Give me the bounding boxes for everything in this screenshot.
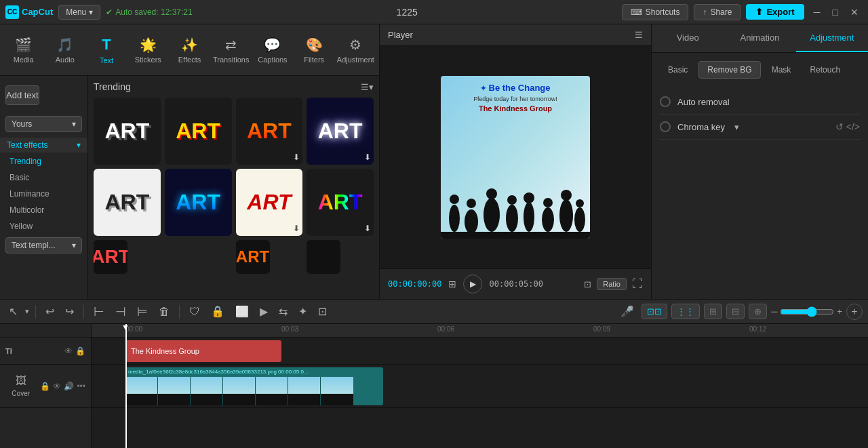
nav-label-audio: Audio (56, 56, 75, 64)
sub-tab-mask[interactable]: Mask (764, 61, 800, 79)
menu-button[interactable]: Menu ▾ (58, 5, 100, 20)
effect-card-7[interactable]: ART ⬇ (236, 169, 303, 236)
audio-track-button[interactable]: 🛡 (186, 304, 203, 320)
nav-item-captions[interactable]: 💬 Captions (252, 27, 293, 73)
text-effects-item[interactable]: Text effects ▾ (0, 138, 87, 152)
lock-track-button[interactable]: 🔒 (208, 303, 228, 320)
media-clip[interactable]: media_1af0ee36f2c38e8dc316a3844a356a39a0… (125, 367, 383, 405)
timeline-ruler: 00:00 00:03 00:06 00:09 00:12 (92, 324, 868, 338)
fullscreen-button[interactable]: ⛶ (632, 278, 643, 290)
mirror-button[interactable]: ⇆ (275, 303, 291, 320)
undo-button[interactable]: ↩ (42, 303, 58, 320)
sidebar-item-trending[interactable]: Trending (0, 153, 87, 169)
effect-card-2[interactable]: ART (165, 98, 232, 165)
maximize-button[interactable]: □ (829, 5, 842, 19)
transitions-icon: ⇄ (225, 37, 237, 53)
cursor-tool-button[interactable]: ↖ (5, 303, 21, 320)
timeline-icon-3[interactable]: ⊞ (704, 304, 722, 319)
chroma-key-reset-icon[interactable]: ↺ (835, 121, 844, 132)
effect-card-10[interactable] (165, 240, 199, 274)
sidebar-item-multicolor[interactable]: Multicolor (0, 202, 87, 218)
sidebar-item-yellow[interactable]: Yellow (0, 218, 87, 235)
nav-item-text[interactable]: T Text (85, 27, 127, 73)
nav-item-effects[interactable]: ✨ Effects (169, 27, 210, 73)
nav-item-audio[interactable]: 🎵 Audio (44, 27, 85, 73)
auto-saved-status: ✔ Auto saved: 12:37:21 (106, 7, 192, 17)
tab-video[interactable]: Video (652, 24, 724, 52)
sidebar-item-basic[interactable]: Basic (0, 169, 87, 186)
export-button[interactable]: ⬆ Export (746, 4, 804, 20)
yours-dropdown[interactable]: Yours ▾ (5, 116, 82, 132)
timeline-icon-2[interactable]: ⋮⋮ (671, 304, 700, 319)
filter-icon[interactable]: ☰▾ (361, 82, 374, 92)
auto-removal-toggle[interactable] (660, 96, 671, 107)
trending-label: Trending (9, 157, 41, 166)
sidebar-item-luminance[interactable]: Luminance (0, 186, 87, 202)
effect-card-8[interactable]: ART ⬇ (307, 169, 374, 236)
speed-button[interactable]: ▶ (256, 303, 271, 320)
effect-card-5[interactable]: ART (94, 169, 161, 236)
trim-button[interactable]: ⊨ (134, 302, 151, 321)
text-effects-section: Text effects ▾ Trending Basic Luminance … (0, 138, 87, 235)
effect-card-1[interactable]: ART (94, 98, 161, 165)
crop-view-button[interactable]: ⊡ (584, 279, 591, 289)
close-button[interactable]: ✕ (846, 5, 863, 19)
split2-button[interactable]: ⊣ (112, 302, 130, 321)
redo-button[interactable]: ↪ (62, 303, 77, 320)
effect-card-11[interactable]: ART (236, 240, 270, 274)
timeline-icon-1[interactable]: ⊡⊡ (642, 304, 667, 319)
nav-item-stickers[interactable]: 🌟 Stickers (127, 27, 169, 73)
art-text-3: ART (247, 119, 292, 144)
chroma-key-code-icon[interactable]: </> (846, 121, 860, 132)
lock-icon-media[interactable]: 🔒 (40, 382, 50, 391)
sub-tab-retouch[interactable]: Retouch (802, 61, 848, 79)
crop-button[interactable]: ⊡ (315, 303, 330, 320)
nav-item-adjustment[interactable]: ⚙ Adjustment (335, 27, 376, 73)
chroma-key-chevron-icon[interactable]: ▾ (734, 122, 739, 132)
effect-card-3[interactable]: ART ⬇ (236, 98, 303, 165)
ratio-button[interactable]: Ratio (597, 278, 627, 290)
play-button[interactable]: ▶ (463, 274, 482, 293)
effect-card-12[interactable] (307, 240, 340, 274)
mic-button[interactable]: 🎤 (617, 303, 637, 320)
add-text-button[interactable]: Add text (5, 85, 39, 105)
tab-adjustment[interactable]: Adjustment (796, 24, 868, 52)
split-button[interactable]: ⊢ (90, 302, 108, 321)
effect-card-4[interactable]: ART ⬇ (307, 98, 374, 165)
grid-view-icon[interactable]: ⊞ (448, 279, 456, 289)
zoom-in-icon[interactable]: + (837, 306, 842, 317)
zoom-out-icon[interactable]: ─ (771, 306, 777, 317)
sub-tab-basic[interactable]: Basic (660, 61, 696, 79)
delete-button[interactable]: 🗑 (155, 304, 173, 320)
volume-icon-media[interactable]: 🔊 (64, 382, 74, 391)
nav-item-media[interactable]: 🎬 Media (3, 27, 44, 73)
more-icon-media[interactable]: ••• (77, 382, 85, 391)
luminance-label: Luminance (9, 189, 50, 199)
svg-point-10 (542, 207, 554, 232)
tab-animation[interactable]: Animation (724, 24, 795, 52)
nav-item-filters[interactable]: 🎨 Filters (294, 27, 335, 73)
text-template-button[interactable]: Text templ... ▾ (5, 237, 82, 253)
share-button[interactable]: ↑ Share (694, 4, 741, 20)
eye-icon-media[interactable]: 👁 (53, 382, 61, 391)
tl-cursor-chevron[interactable]: ▾ (25, 307, 29, 316)
player-menu-icon[interactable]: ☰ (635, 30, 643, 40)
nav-item-transitions[interactable]: ⇄ Transitions (210, 27, 252, 73)
effect-card-9[interactable]: ART (94, 240, 127, 274)
timeline-icon-5[interactable]: ⊕ (749, 304, 767, 319)
sub-tab-remove-bg[interactable]: Remove BG (698, 61, 760, 79)
lock-icon-text[interactable]: 🔒 (75, 346, 85, 356)
player-image-subtitle: Pledge today for her tomorrow! (473, 96, 557, 102)
chroma-key-toggle[interactable] (660, 121, 671, 132)
frame-button[interactable]: ⬜ (232, 303, 252, 320)
minimize-button[interactable]: ─ (810, 5, 825, 19)
eye-icon-text[interactable]: 👁 (64, 346, 73, 356)
effect-card-6[interactable]: ART (165, 169, 232, 236)
svg-point-7 (507, 195, 517, 205)
timeline-zoom-slider[interactable] (780, 306, 834, 317)
text-clip[interactable]: The Kindness Group (125, 340, 281, 362)
timeline-icon-4[interactable]: ⊟ (726, 304, 745, 319)
transform-button[interactable]: ✦ (295, 303, 311, 320)
shortcuts-button[interactable]: ⌨ Shortcuts (622, 4, 689, 20)
timeline-add-button[interactable]: + (846, 304, 863, 320)
